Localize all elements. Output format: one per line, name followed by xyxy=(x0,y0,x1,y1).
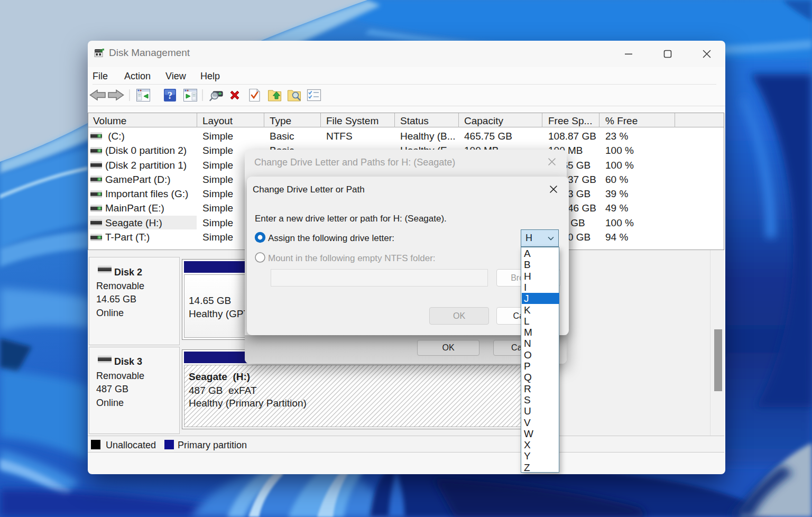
svg-text:?: ? xyxy=(168,90,172,101)
